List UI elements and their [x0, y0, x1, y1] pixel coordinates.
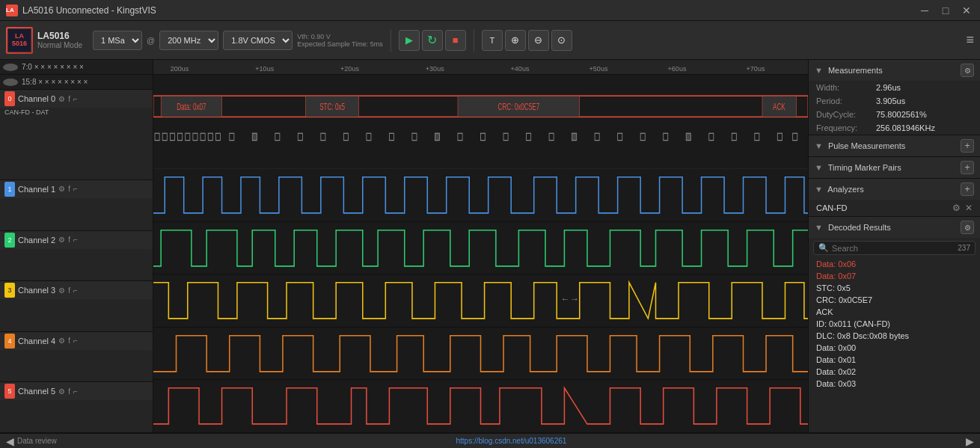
ch3-gear-icon[interactable]: ⚙ [58, 286, 65, 295]
stop-btn[interactable]: ■ [445, 30, 466, 51]
ch3-icon3[interactable]: ⌐ [73, 286, 78, 295]
nav-left-btn[interactable]: ◀ [6, 435, 14, 447]
minimize-btn[interactable]: ─ [917, 4, 932, 16]
badge-15-8: 15:8 × × × × × × × × [22, 78, 88, 86]
decoded-item-10[interactable]: Data: 0x03 [809, 378, 980, 390]
tick-200us: 200us [171, 65, 189, 73]
vth-label: Vth: 0.90 V [297, 33, 383, 40]
timing-add-btn[interactable]: + [961, 161, 974, 174]
sample-rate-select[interactable]: 1 MSa [93, 31, 142, 50]
title-bar: LA LA5016 Unconnected - KingstVIS ─ □ ✕ [0, 0, 980, 21]
svg-rect-31 [527, 133, 531, 140]
timing-header[interactable]: ▼ Timing Marker Pairs + [809, 157, 980, 178]
close-btn[interactable]: ✕ [959, 4, 974, 16]
ch2-icon2[interactable]: f [68, 236, 70, 244]
decoded-item-4[interactable]: ACK [809, 306, 980, 318]
voltage-select[interactable]: 1.8V CMOS [223, 31, 293, 50]
measurements-gear[interactable]: ⚙ [961, 64, 974, 77]
ch4-icon2[interactable]: f [68, 337, 70, 345]
wf-ch0-svg: Data: 0x07 STC: 0x5 CRC: 0x0C5E7 ACK [153, 75, 808, 168]
pulse-measurements-header[interactable]: ▼ Pulse Measurements + [809, 135, 980, 156]
decoded-arrow: ▼ [815, 223, 823, 232]
decoded-gear[interactable]: ⚙ [961, 221, 974, 234]
decoded-item-0[interactable]: Data: 0x06 [809, 258, 980, 270]
measurements-list: Width: 2.96us Period: 3.905us DutyCycle:… [809, 81, 980, 135]
tick-70us: +70us [747, 65, 765, 73]
ch5-gear-icon[interactable]: ⚙ [58, 387, 65, 396]
decoded-item-5[interactable]: ID: 0x011 (CAN-FD) [809, 318, 980, 330]
wf-ch1-svg [153, 169, 808, 221]
svg-rect-24 [367, 133, 371, 140]
decoded-item-8[interactable]: Data: 0x01 [809, 354, 980, 366]
channel-1-block: 1 Channel 1 ⚙ f ⌐ [0, 180, 153, 231]
tick-50us: +50us [589, 65, 608, 73]
decoded-item-3[interactable]: CRC: 0x0C5E7 [809, 294, 980, 306]
svg-rect-21 [298, 133, 302, 140]
pulse-arrow: ▼ [815, 141, 823, 150]
status-label: Data review [17, 437, 57, 445]
ch4-gear-icon[interactable]: ⚙ [58, 337, 65, 345]
pulse-title: Pulse Measurements [828, 141, 905, 150]
decoded-item-6[interactable]: DLC: 0x8 Dsc:0x08 bytes [809, 330, 980, 342]
ch1-icon2[interactable]: f [68, 185, 70, 193]
nav-right-btn[interactable]: ▶ [966, 435, 974, 447]
period-value: 3.905us [876, 96, 905, 105]
channel-3-header: 3 Channel 3 ⚙ f ⌐ [0, 281, 153, 299]
ch0-icon3[interactable]: ⌐ [73, 95, 78, 103]
svg-rect-34 [595, 133, 599, 140]
zoom-in-btn[interactable]: ⊕ [505, 30, 526, 51]
timing-title: Timing Marker Pairs [828, 163, 901, 172]
menu-btn[interactable]: ≡ [966, 32, 974, 48]
measurements-section: ▼ Measurements ⚙ Width: 2.96us Period: 3… [809, 60, 980, 135]
logo: LA5016 [6, 27, 33, 54]
decoded-item-9[interactable]: Data: 0x02 [809, 366, 980, 378]
loop-btn[interactable]: ↻ [422, 30, 443, 51]
pulse-add-btn[interactable]: + [961, 139, 974, 153]
decoded-title: Decoded Results [828, 223, 891, 232]
svg-rect-41 [755, 133, 759, 140]
svg-rect-18 [230, 133, 234, 140]
maximize-btn[interactable]: □ [938, 4, 953, 16]
frequency-select[interactable]: 200 MHz [159, 31, 218, 50]
ch0-icon2[interactable]: f [68, 95, 70, 103]
zoom-t-btn[interactable]: T [482, 30, 503, 51]
analyzer-close-icon[interactable]: ✕ [965, 203, 973, 213]
ch2-gear-icon[interactable]: ⚙ [58, 236, 65, 244]
zoom-out-btn[interactable]: ⊖ [528, 30, 549, 51]
ch5-icon3[interactable]: ⌐ [73, 387, 78, 396]
channel-1-header: 1 Channel 1 ⚙ f ⌐ [0, 180, 153, 198]
decoded-item-7[interactable]: Data: 0x00 [809, 342, 980, 354]
ch5-icon2[interactable]: f [68, 387, 70, 396]
analyzers-header[interactable]: ▼ Analyzers + [809, 179, 980, 200]
svg-rect-29 [481, 133, 486, 140]
play-btn[interactable]: ▶ [399, 30, 420, 51]
decoded-item-1[interactable]: Data: 0x07 [809, 270, 980, 282]
playback-controls: ▶ ↻ ■ [399, 30, 466, 51]
decoded-search-input[interactable] [832, 244, 955, 253]
zoom-fit-btn[interactable]: ⊙ [551, 30, 572, 51]
frequency-label: Frequency: [816, 123, 876, 132]
measurements-header[interactable]: ▼ Measurements ⚙ [809, 60, 980, 81]
svg-rect-13 [186, 133, 190, 140]
title-bar-controls: ─ □ ✕ [917, 4, 974, 16]
measurements-arrow: ▼ [815, 66, 823, 75]
waveform-area[interactable]: 200us +10us +20us +30us +40us +50us +60u… [153, 60, 808, 433]
wf-channel-2 [153, 222, 808, 275]
analyzers-add-btn[interactable]: + [961, 182, 974, 196]
decoded-item-2[interactable]: STC: 0x5 [809, 282, 980, 294]
ch0-gear-icon[interactable]: ⚙ [58, 95, 65, 103]
decoded-search-box[interactable]: 🔍 237 [813, 241, 976, 255]
measurement-dutycycle: DutyCycle: 75.8002561% [809, 108, 980, 121]
ch1-gear-icon[interactable]: ⚙ [58, 185, 65, 193]
ch1-icon3[interactable]: ⌐ [73, 185, 78, 193]
ch4-icon3[interactable]: ⌐ [73, 337, 78, 345]
width-label: Width: [816, 83, 876, 92]
ch2-icon3[interactable]: ⌐ [73, 236, 78, 244]
ch3-icon2[interactable]: f [68, 286, 70, 295]
decoded-results-header[interactable]: ▼ Decoded Results ⚙ [809, 217, 980, 238]
tick-30us: +30us [426, 65, 444, 73]
timing-section: ▼ Timing Marker Pairs + [809, 157, 980, 179]
status-bar-left: ◀ Data review [6, 435, 57, 447]
channel-2-header: 2 Channel 2 ⚙ f ⌐ [0, 231, 153, 249]
analyzer-gear-icon[interactable]: ⚙ [952, 203, 961, 213]
